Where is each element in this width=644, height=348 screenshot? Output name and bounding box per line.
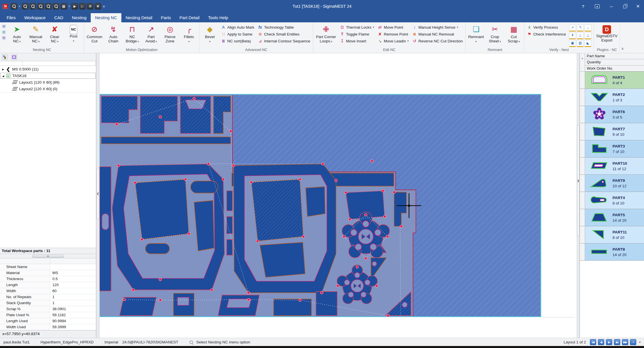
- manual-nc-button[interactable]: ✎ManualNC ▾: [27, 23, 45, 44]
- ribbon-display-options-button[interactable]: ▲: [595, 4, 600, 8]
- fillets-button[interactable]: ╭Fillets ▾: [180, 23, 198, 44]
- measure-icon-2[interactable]: ↰: [577, 25, 584, 32]
- workspace-export-icon[interactable]: ▧: [1, 36, 6, 40]
- post-button[interactable]: NCPost ▾: [64, 23, 83, 43]
- toggle-flame-button[interactable]: ŦToggle Flame: [340, 31, 374, 37]
- tree-item-layout2[interactable]: Layout2 [120 X 60] (0): [0, 86, 96, 92]
- tab-nesting-detail[interactable]: Nesting Detail: [121, 13, 157, 22]
- property-value[interactable]: MS: [50, 270, 96, 276]
- remove-point-button[interactable]: ✘Remove Point: [378, 31, 409, 37]
- check-small-entities-button[interactable]: ⊖Check Small Entities: [258, 31, 310, 37]
- part-avoid-button[interactable]: ↗PartAvoid ▾: [142, 23, 160, 44]
- part-row-selector[interactable]: [580, 158, 585, 175]
- zoom-previous-button[interactable]: [37, 3, 44, 9]
- zoom-window-button[interactable]: [53, 3, 59, 9]
- last-layout-button[interactable]: ▶|: [614, 339, 620, 345]
- clear-nc-button[interactable]: ✘ClearNC ▾: [46, 23, 64, 44]
- remnant-button[interactable]: ❏Remnant ▾: [467, 23, 485, 44]
- part-row-part1[interactable]: PART14 of 4: [580, 72, 644, 89]
- auto-chain-button[interactable]: ↯AutoChain: [104, 23, 123, 43]
- move-point-button[interactable]: ⇄Move Point: [378, 24, 409, 30]
- property-value[interactable]: 0.5: [50, 276, 96, 282]
- part-row-selector[interactable]: [580, 106, 585, 123]
- property-value[interactable]: 59.1182: [50, 312, 96, 318]
- tab-cad[interactable]: CAD: [50, 13, 68, 22]
- part-row-selector[interactable]: [580, 89, 585, 106]
- apply-to-same-button[interactable]: ∷Apply to Same: [221, 31, 254, 37]
- measure-icon-7[interactable]: ▣: [569, 40, 576, 47]
- property-value[interactable]: 60: [50, 288, 96, 294]
- measure-icon-6[interactable]: △: [584, 32, 591, 39]
- part-row-part6[interactable]: PART63 of 5: [580, 106, 644, 123]
- technology-table-button[interactable]: fxTechnology Table: [258, 24, 310, 30]
- move-insert-button[interactable]: ↧Move Insert: [340, 38, 374, 44]
- property-value[interactable]: [50, 264, 96, 270]
- column-part-name[interactable]: Part Name: [585, 53, 644, 59]
- part-row-selector[interactable]: [580, 226, 585, 243]
- workspace-search-icon[interactable]: ▥: [1, 30, 6, 34]
- measure-icon-8[interactable]: ▨: [577, 40, 584, 47]
- check-interference-button[interactable]: ⚑Check Interference: [527, 31, 566, 37]
- settings-button[interactable]: ⚙: [87, 3, 93, 9]
- manual-nc-removal-button[interactable]: ⊗Manual NC Removal: [412, 31, 463, 37]
- move-leadin-button[interactable]: ↘Move Leadin▾: [378, 38, 409, 44]
- tree-view-tab[interactable]: [2, 54, 8, 60]
- tab-part-detail[interactable]: Part Detail: [175, 13, 204, 22]
- part-row-selector[interactable]: [580, 140, 585, 158]
- preview-view-tab[interactable]: [11, 54, 17, 60]
- measure-icon-5[interactable]: ⊥: [577, 32, 584, 39]
- previous-layout-button[interactable]: ◀: [598, 339, 604, 345]
- property-value[interactable]: 59.3999: [50, 324, 96, 330]
- internal-contour-sequence-button[interactable]: ⊿Internal Contour Sequence: [258, 38, 310, 44]
- next-layout-button[interactable]: ▶: [606, 339, 612, 345]
- part-row-part5[interactable]: PART514 of 20: [580, 209, 644, 226]
- nc-sort-beta-button[interactable]: ≣NC sort(Beta): [221, 38, 254, 44]
- part-row-selector[interactable]: [580, 175, 585, 192]
- nesting-canvas[interactable]: [100, 53, 577, 338]
- minimize-button[interactable]: ─: [608, 4, 615, 9]
- nc-bridge-button[interactable]: ⊓NCBridge ▾: [123, 23, 141, 44]
- tree-item-layout1[interactable]: Layout1 [120 X 60] (89): [0, 79, 96, 86]
- close-button[interactable]: ✕: [635, 4, 641, 9]
- tree-item-task18[interactable]: ◢▸TASK18: [0, 72, 96, 79]
- thermal-locks-button[interactable]: ΩThermal Locks▾: [340, 24, 374, 30]
- layout-nav-menu[interactable]: ▾: [639, 341, 641, 344]
- manual-height-sense-button[interactable]: ↕Manual Height Sense▾: [412, 24, 463, 30]
- run-nc-button[interactable]: ▶: [72, 3, 78, 9]
- measure-icon-4[interactable]: ⇞: [569, 32, 576, 39]
- panel-splitter[interactable]: ▾: [0, 254, 96, 258]
- property-value[interactable]: 38.0901: [50, 306, 96, 312]
- auto-nc-button[interactable]: ➤AutoNC ▾: [8, 23, 26, 44]
- right-splitter[interactable]: ❯: [577, 53, 580, 338]
- part-corner-loops-button[interactable]: ✙Part CornerLoops ▾: [314, 23, 338, 44]
- part-row-part7[interactable]: PART79 of 10: [580, 123, 644, 140]
- verify-process-button[interactable]: ⇓Verify Process: [527, 24, 566, 30]
- first-layout-button[interactable]: |◀: [590, 339, 596, 345]
- tree-expander-icon[interactable]: ▶: [0, 68, 6, 71]
- tree-item-ms[interactable]: ▶❮MS 0.5000 (11): [0, 66, 96, 72]
- property-value[interactable]: 90.9994: [50, 318, 96, 324]
- zoom-in-button[interactable]: [30, 3, 36, 9]
- zoom-extents-button[interactable]: [45, 3, 52, 9]
- column-work-order[interactable]: Work Order No.: [585, 66, 644, 72]
- part-row-selector[interactable]: [580, 192, 585, 209]
- dropdown-caret-icon[interactable]: ▾: [19, 5, 20, 8]
- sigmadstv-export-button[interactable]: DSigmaDSTVExport: [595, 23, 619, 42]
- chevron-down-icon[interactable]: ▾: [32, 255, 64, 257]
- qat-overflow-button[interactable]: ≡: [103, 4, 105, 9]
- zoom-select-button[interactable]: [11, 3, 17, 9]
- part-row-part11[interactable]: PART118 of 10: [580, 226, 644, 243]
- part-row-selector[interactable]: [580, 209, 585, 226]
- part-row-part8[interactable]: PART814 of 20: [580, 243, 644, 261]
- workspace-import-icon[interactable]: ▤: [1, 24, 6, 28]
- dropdown-caret-icon[interactable]: ▾: [69, 5, 70, 8]
- left-splitter[interactable]: ❮: [96, 53, 100, 338]
- help-button[interactable]: ?: [580, 4, 586, 9]
- tab-nesting[interactable]: Nesting: [68, 13, 91, 22]
- measure-icon-1[interactable]: ↗: [569, 25, 576, 32]
- tab-tools-help[interactable]: Tools Help: [204, 13, 232, 22]
- run-simulation-button[interactable]: ▷: [79, 3, 86, 9]
- add-layout-button[interactable]: +: [630, 339, 636, 345]
- part-row-part9[interactable]: PART910 of 12: [580, 175, 644, 192]
- property-value[interactable]: 1: [50, 294, 96, 300]
